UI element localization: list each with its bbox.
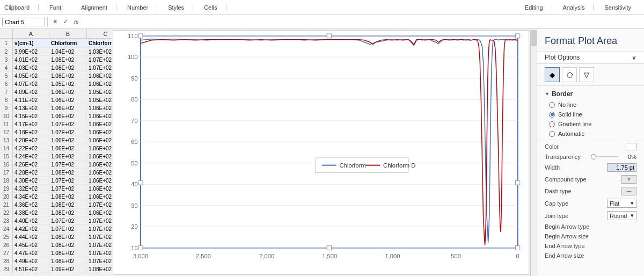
cell-b[interactable]: 1.05E+02 <box>49 80 87 88</box>
cell-c[interactable]: 1.03E+02 <box>87 48 112 55</box>
cell-c[interactable]: 1.07E+02 <box>87 217 112 224</box>
cell-b[interactable]: 1.09E+02 <box>49 265 87 273</box>
ribbon-alignment[interactable]: Alignment <box>81 4 116 11</box>
cell-a[interactable]: 4.03E+02 <box>13 64 49 71</box>
cell-a[interactable]: 3.99E+02 <box>13 48 49 55</box>
cell-a[interactable]: 4.40E+02 <box>13 217 49 224</box>
transparency-slider[interactable] <box>591 156 618 157</box>
pentagon-icon-btn[interactable]: ⬠ <box>562 67 577 82</box>
ribbon-editing[interactable]: Editing <box>525 4 552 11</box>
cell-b[interactable]: 1.06E+02 <box>49 112 87 120</box>
fill-icon-btn[interactable]: ◆ <box>545 67 560 82</box>
cell-c[interactable]: 1.06E+02 <box>87 128 112 136</box>
cell-c[interactable]: 1.06E+02 <box>87 112 112 120</box>
width-input[interactable] <box>607 163 636 172</box>
cell-b[interactable]: 1.08E+02 <box>49 64 87 71</box>
cell-a[interactable]: 4.01E+02 <box>13 56 49 63</box>
cell-a[interactable]: 4.17E+02 <box>13 120 49 128</box>
confirm-formula-icon[interactable]: ✓ <box>61 17 70 27</box>
cell-a[interactable]: 4.13E+02 <box>13 104 49 112</box>
cell-b[interactable]: 1.06E+02 <box>49 104 87 112</box>
solid-line-radio[interactable] <box>549 112 555 118</box>
border-solid-option[interactable]: Solid line <box>537 110 644 119</box>
cell-a[interactable]: 4.15E+02 <box>13 112 49 120</box>
cell-c[interactable]: 1.07E+02 <box>87 233 112 241</box>
cancel-formula-icon[interactable]: ✕ <box>50 17 60 27</box>
cell-c[interactable]: 1.07E+02 <box>87 56 112 63</box>
cell-a[interactable]: 4.09E+02 <box>13 88 49 96</box>
cell-c[interactable]: 1.06E+02 <box>87 177 112 184</box>
cell-c[interactable]: 1.07E+02 <box>87 225 112 233</box>
cell-c[interactable]: 1.06E+02 <box>87 120 112 128</box>
fx-icon[interactable]: fx <box>71 17 81 27</box>
cell-c[interactable]: 1.06E+02 <box>87 80 112 88</box>
cell-a[interactable]: 4.42E+02 <box>13 225 49 233</box>
cell-c[interactable]: 1.06E+02 <box>87 209 112 216</box>
ribbon-font[interactable]: Font <box>49 4 70 11</box>
gradient-line-radio[interactable] <box>549 121 555 127</box>
cell-c[interactable]: 1.07E+02 <box>87 241 112 249</box>
solid-line-label[interactable]: Solid line <box>558 111 582 118</box>
cell-c[interactable]: 1.06E+02 <box>87 72 112 79</box>
cell-a[interactable]: 4.07E+02 <box>13 80 49 88</box>
cell-c[interactable]: 1.06E+02 <box>87 193 112 200</box>
gradient-line-label[interactable]: Gradient line <box>558 121 591 127</box>
cell-b[interactable]: 1.07E+02 <box>49 217 87 224</box>
cell-a[interactable]: 4.36E+02 <box>13 201 49 208</box>
cell-a[interactable]: 4.34E+02 <box>13 193 49 200</box>
cell-c[interactable]: 1.06E+02 <box>87 185 112 192</box>
dash-type-btn[interactable]: — <box>621 187 636 195</box>
cell-a[interactable]: 4.26E+02 <box>13 161 49 168</box>
cell-b[interactable]: 1.06E+02 <box>49 144 87 152</box>
cell-c1[interactable]: Chlorform D <box>87 39 112 47</box>
cell-b[interactable]: 1.08E+02 <box>49 249 87 257</box>
border-gradient-option[interactable]: Gradient line <box>537 119 644 129</box>
cell-b[interactable]: 1.08E+02 <box>49 56 87 63</box>
cell-b[interactable]: 1.08E+02 <box>49 193 87 200</box>
cell-c[interactable]: 1.06E+02 <box>87 104 112 112</box>
funnel-icon-btn[interactable]: ▽ <box>579 67 594 82</box>
border-section-label[interactable]: Border <box>537 88 644 100</box>
cell-b[interactable]: 1.06E+02 <box>49 96 87 104</box>
cell-b[interactable]: 1.06E+02 <box>49 88 87 96</box>
border-no-line-option[interactable]: No line <box>537 100 644 110</box>
automatic-label[interactable]: Automatic <box>558 130 584 137</box>
cell-b[interactable]: 1.06E+02 <box>49 152 87 160</box>
cell-b[interactable]: 1.08E+02 <box>49 201 87 208</box>
border-automatic-option[interactable]: Automatic <box>537 129 644 139</box>
cell-b[interactable]: 1.08E+02 <box>49 241 87 249</box>
cell-a[interactable]: 4.30E+02 <box>13 177 49 184</box>
cell-b[interactable]: 1.07E+02 <box>49 120 87 128</box>
cell-b[interactable]: 1.07E+02 <box>49 185 87 192</box>
cell-b1[interactable]: Chlorform <box>49 39 87 47</box>
cell-b[interactable]: 1.04E+02 <box>49 48 87 55</box>
plot-options-chevron[interactable]: ∨ <box>632 54 636 61</box>
cell-c[interactable]: 1.06E+02 <box>87 144 112 152</box>
vertical-scrollbar[interactable] <box>530 29 537 276</box>
ribbon-cells[interactable]: Cells <box>204 4 226 11</box>
cell-a[interactable]: 4.47E+02 <box>13 249 49 257</box>
cell-b[interactable]: 1.07E+02 <box>49 128 87 136</box>
join-type-dropdown[interactable]: Round ▾ <box>607 211 636 220</box>
cell-c[interactable]: 1.07E+02 <box>87 249 112 257</box>
compound-type-btn[interactable]: ≡ <box>621 175 636 184</box>
cell-a[interactable]: 4.24E+02 <box>13 152 49 160</box>
ribbon-analysis[interactable]: Analysis <box>563 4 594 11</box>
cell-a1[interactable]: v(cm-1) <box>13 39 49 47</box>
chart-area[interactable]: 110 100 90 80 70 60 50 40 30 20 <box>113 30 529 275</box>
cell-c[interactable]: 1.06E+02 <box>87 161 112 168</box>
ribbon-number[interactable]: Number <box>127 4 157 11</box>
cell-a[interactable]: 4.18E+02 <box>13 128 49 136</box>
cell-a[interactable]: 4.44E+02 <box>13 233 49 241</box>
cell-b[interactable]: 1.06E+02 <box>49 136 87 144</box>
cell-b[interactable]: 1.07E+02 <box>49 225 87 233</box>
cell-c[interactable]: 1.06E+02 <box>87 169 112 176</box>
cell-a[interactable]: 4.51E+02 <box>13 265 49 273</box>
cell-c[interactable]: 1.07E+02 <box>87 201 112 208</box>
formula-input[interactable] <box>83 18 642 26</box>
cell-c[interactable]: 1.07E+02 <box>87 257 112 265</box>
cap-type-dropdown[interactable]: Flat ▾ <box>607 199 636 208</box>
cell-c[interactable]: 1.06E+02 <box>87 136 112 144</box>
cell-b[interactable]: 1.08E+02 <box>49 72 87 79</box>
cell-b[interactable]: 1.08E+02 <box>49 233 87 241</box>
